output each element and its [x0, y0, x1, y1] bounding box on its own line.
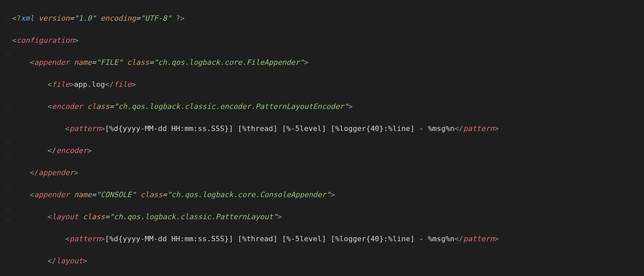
code-line: <configuration> [12, 35, 644, 46]
pattern-tag: pattern [69, 124, 101, 133]
pattern-close-tag: pattern [463, 235, 494, 243]
layout-close-tag: layout [56, 257, 83, 265]
xml-encoding: UTF-8 [145, 14, 167, 22]
encoder-close-tag: encoder [56, 146, 87, 155]
code-editor-content[interactable]: <?xml version="1.0" encoding="UTF-8" ?> … [0, 2, 644, 276]
code-line: <pattern>[%d{yyyy-MM-dd HH:mm:ss.SSS}] [… [12, 123, 644, 134]
file-value: app.log [74, 80, 105, 89]
configuration-open-tag: configuration [16, 36, 74, 44]
code-line: </encoder> [12, 145, 644, 156]
code-line: <encoder class="ch.qos.logback.classic.e… [12, 101, 644, 112]
appender-name: CONSOLE [101, 190, 132, 199]
editor-gutter [0, 0, 10, 276]
layout-class: ch.qos.logback.classic.PatternLayout [114, 213, 273, 221]
file-tag: file [52, 80, 69, 89]
code-line: <pattern>[%d{yyyy-MM-dd HH:mm:ss.SSS}] [… [12, 233, 644, 244]
encoder-tag: encoder [52, 102, 83, 111]
layout-tag: layout [52, 213, 78, 221]
code-line: <appender name="FILE" class="ch.qos.logb… [12, 57, 644, 68]
appender-tag: appender [34, 190, 69, 199]
pattern-tag: pattern [69, 235, 101, 243]
pattern-value: [%d{yyyy-MM-dd HH:mm:ss.SSS}] [%thread] … [105, 235, 454, 243]
appender-close-tag: appender [38, 168, 74, 177]
xml-version: 1.0 [78, 14, 92, 22]
code-line: <layout class="ch.qos.logback.classic.Pa… [12, 211, 644, 222]
code-line: <appender name="CONSOLE" class="ch.qos.l… [12, 189, 644, 200]
appender-name: FILE [101, 58, 118, 66]
code-line: <file>app.log</file> [12, 79, 644, 90]
code-line: </layout> [12, 255, 644, 266]
pattern-close-tag: pattern [463, 124, 494, 133]
file-close-tag: file [114, 80, 132, 89]
appender-class: ch.qos.logback.core.ConsoleAppender [171, 190, 326, 199]
appender-class: ch.qos.logback.core.FileAppender [158, 58, 300, 66]
encoder-class: ch.qos.logback.classic.encoder.PatternLa… [118, 102, 344, 111]
code-line: <?xml version="1.0" encoding="UTF-8" ?> [12, 13, 644, 24]
pattern-value: [%d{yyyy-MM-dd HH:mm:ss.SSS}] [%thread] … [105, 124, 454, 133]
code-line: </appender> [12, 167, 644, 178]
appender-tag: appender [34, 58, 69, 66]
